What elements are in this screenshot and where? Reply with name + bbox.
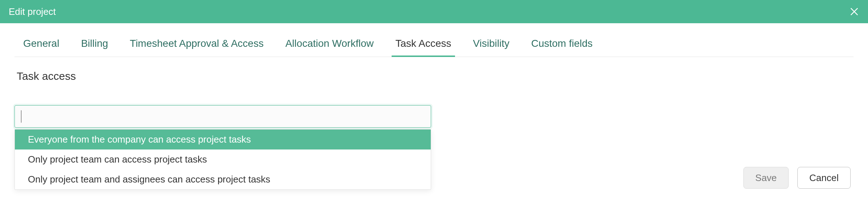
tabs: General Billing Timesheet Approval & Acc… <box>14 38 854 57</box>
tab-visibility[interactable]: Visibility <box>473 38 510 57</box>
dialog-header: Edit project <box>0 0 868 23</box>
cancel-button[interactable]: Cancel <box>797 167 851 189</box>
text-caret <box>21 110 21 123</box>
tab-allocation-workflow[interactable]: Allocation Workflow <box>285 38 374 57</box>
task-access-select: Everyone from the company can access pro… <box>14 105 431 128</box>
close-icon[interactable] <box>849 7 859 17</box>
dialog-content: General Billing Timesheet Approval & Acc… <box>0 23 868 82</box>
dialog-title: Edit project <box>9 6 56 17</box>
tab-task-access[interactable]: Task Access <box>395 38 451 57</box>
task-access-input[interactable] <box>14 105 431 128</box>
dialog-footer: Save Cancel <box>743 167 851 189</box>
section-title: Task access <box>17 70 854 82</box>
select-option[interactable]: Only project team can access project tas… <box>15 149 431 169</box>
select-option[interactable]: Everyone from the company can access pro… <box>15 130 431 149</box>
save-button[interactable]: Save <box>743 167 789 189</box>
select-option[interactable]: Only project team and assignees can acce… <box>15 169 431 189</box>
tab-billing[interactable]: Billing <box>81 38 108 57</box>
tab-general[interactable]: General <box>23 38 59 57</box>
tab-custom-fields[interactable]: Custom fields <box>531 38 593 57</box>
task-access-dropdown: Everyone from the company can access pro… <box>14 129 431 190</box>
tab-timesheet-approval[interactable]: Timesheet Approval & Access <box>130 38 263 57</box>
